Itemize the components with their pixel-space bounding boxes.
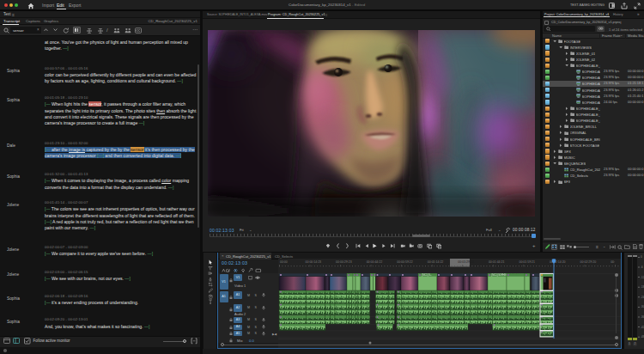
svg-text:00:00:14:23: 00:00:14:23 [306,260,322,264]
svg-text:-36: -36 [641,315,644,319]
svg-text:-42: -42 [641,326,644,329]
svg-text:-12: -12 [641,276,644,279]
svg-text:[MC1] S...: [MC1] S... [422,273,433,277]
svg-text:00:00:44:22: 00:00:44:22 [367,260,383,264]
svg-text:00:00: 00:00 [280,260,288,264]
svg-text:00:01:44:21: 00:01:44:21 [489,260,505,264]
svg-text:0: 0 [641,255,642,259]
svg-text:-48: -48 [641,335,644,339]
svg-text:00:01:29:21: 00:01:29:21 [458,260,474,264]
svg-text:00:02:29:20: 00:02:29:20 [580,260,597,264]
svg-text:00:01:59:21: 00:01:59:21 [519,260,535,264]
svg-text:-6: -6 [641,266,643,269]
svg-text:-30: -30 [641,305,644,308]
svg-text:00:: 00: [611,260,615,264]
svg-text:00:00:59:22: 00:00:59:22 [397,260,413,264]
svg-text:-18: -18 [641,285,644,289]
svg-text:00:00:29:23: 00:00:29:23 [336,260,352,264]
svg-text:00:01:14:22: 00:01:14:22 [428,260,444,264]
svg-text:-24: -24 [641,296,644,299]
